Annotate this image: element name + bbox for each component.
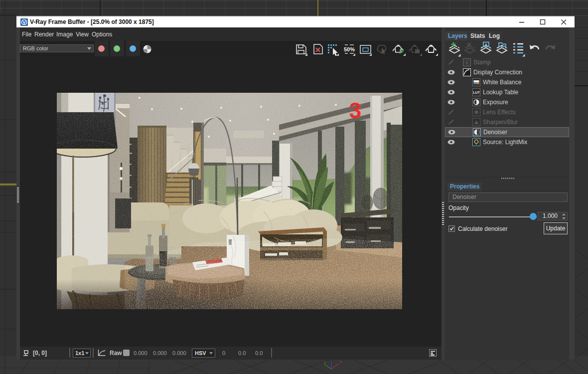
svg-text:x: x [340, 360, 342, 364]
svg-text:50%: 50% [344, 46, 355, 52]
svg-text:y: y [324, 360, 326, 365]
svg-text:i: i [466, 60, 468, 65]
svg-text:LUT: LUT [473, 91, 480, 94]
